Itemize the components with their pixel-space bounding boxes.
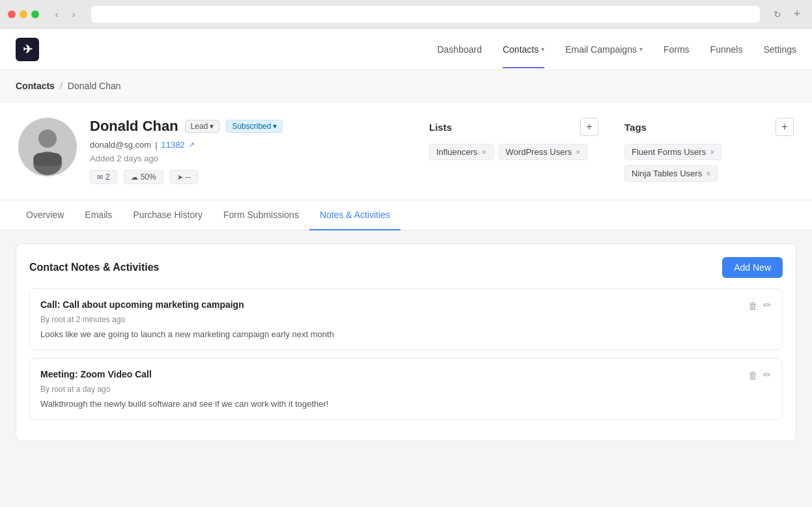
lists-add-button[interactable]: + bbox=[580, 118, 598, 136]
nav-funnels-label: Funnels bbox=[710, 44, 743, 55]
minimize-button[interactable] bbox=[20, 10, 27, 18]
tab-overview[interactable]: Overview bbox=[16, 200, 74, 230]
list-item-remove-icon[interactable]: × bbox=[482, 148, 486, 157]
browser-chrome: ‹ › ↻ + bbox=[0, 0, 812, 29]
nav-email-campaigns-label: Email Campaigns bbox=[565, 44, 637, 55]
open-stat-pct: 50% bbox=[141, 172, 156, 182]
list-item-label: Influencers bbox=[436, 147, 478, 157]
nav-links: Dashboard Contacts ▾ Email Campaigns ▾ F… bbox=[437, 31, 796, 68]
tags-block: Tags + Fluent Forms Users × Ninja Tables… bbox=[624, 118, 794, 182]
tab-purchase-history[interactable]: Purchase History bbox=[122, 200, 213, 230]
lists-block: Lists + Influencers × WordPress Users × bbox=[429, 118, 598, 182]
lead-badge-chevron-icon: ▾ bbox=[210, 122, 214, 131]
breadcrumb-separator: / bbox=[60, 81, 63, 91]
nav-email-campaigns[interactable]: Email Campaigns ▾ bbox=[565, 31, 643, 68]
delete-note-icon[interactable]: 🗑 bbox=[748, 370, 758, 381]
lists-header: Lists + bbox=[429, 118, 598, 136]
nav-settings-label: Settings bbox=[763, 44, 796, 55]
lead-badge-label: Lead bbox=[191, 122, 208, 131]
contact-info: Donald Chan Lead ▾ Subscribed ▾ donald@s… bbox=[90, 118, 416, 184]
note-title: Call: Call about upcoming marketing camp… bbox=[40, 299, 244, 310]
notes-panel: Contact Notes & Activities Add New Call:… bbox=[16, 243, 796, 441]
nav-contacts[interactable]: Contacts ▾ bbox=[503, 31, 544, 68]
tags-add-button[interactable]: + bbox=[776, 118, 794, 136]
note-actions: 🗑 ✏ bbox=[748, 299, 772, 311]
note-meta: By root at a day ago bbox=[40, 385, 772, 394]
contact-name: Donald Chan bbox=[90, 118, 178, 135]
reload-icon[interactable]: ↻ bbox=[770, 7, 785, 21]
contact-added: Added 2 days ago bbox=[90, 154, 416, 163]
list-item-remove-icon[interactable]: × bbox=[576, 148, 580, 157]
list-item: WordPress Users × bbox=[499, 144, 588, 160]
note-card-header: Call: Call about upcoming marketing camp… bbox=[40, 299, 772, 311]
note-actions: 🗑 ✏ bbox=[748, 369, 772, 381]
contact-avatar-wrap bbox=[18, 118, 77, 176]
note-body: Looks like we are going to launch a new … bbox=[40, 329, 772, 339]
contact-name-row: Donald Chan Lead ▾ Subscribed ▾ bbox=[90, 118, 416, 135]
subscribed-badge-chevron-icon: ▾ bbox=[273, 122, 277, 131]
svg-point-1 bbox=[38, 130, 57, 148]
note-body: Walkthrough the newly build software and… bbox=[40, 399, 772, 409]
add-new-button[interactable]: Add New bbox=[722, 257, 783, 278]
contact-email-row: donald@sg.com | 11382 ↗ bbox=[90, 140, 416, 150]
tab-notes-activities[interactable]: Notes & Activities bbox=[309, 200, 400, 230]
external-link-icon[interactable]: ↗ bbox=[189, 141, 195, 149]
traffic-lights bbox=[8, 10, 39, 18]
stat-open-badge[interactable]: ☁ 50% bbox=[124, 170, 163, 184]
stat-email-badge[interactable]: ✉ 2 bbox=[90, 170, 117, 184]
notes-panel-title: Contact Notes & Activities bbox=[29, 262, 159, 273]
note-card-header: Meeting: Zoom Video Call 🗑 ✏ bbox=[40, 369, 772, 381]
email-stat-count: 2 bbox=[105, 172, 110, 182]
address-bar[interactable] bbox=[91, 6, 760, 23]
breadcrumb: Contacts / Donald Chan bbox=[0, 70, 812, 102]
tab-form-submissions[interactable]: Form Submissions bbox=[213, 200, 309, 230]
pipe-separator: | bbox=[155, 140, 157, 150]
list-item-label: WordPress Users bbox=[506, 147, 572, 157]
contact-email: donald@sg.com bbox=[90, 140, 151, 150]
note-card: Meeting: Zoom Video Call 🗑 ✏ By root at … bbox=[29, 358, 783, 420]
contact-stats: ✉ 2 ☁ 50% ➤ -- bbox=[90, 170, 416, 184]
lead-badge[interactable]: Lead ▾ bbox=[185, 120, 220, 133]
logo: ✈ bbox=[16, 38, 39, 61]
edit-note-icon[interactable]: ✏ bbox=[763, 299, 772, 311]
open-stat-icon: ☁ bbox=[131, 173, 138, 182]
breadcrumb-contacts-link[interactable]: Contacts bbox=[16, 81, 55, 91]
send-stat-val: -- bbox=[186, 172, 191, 182]
edit-note-icon[interactable]: ✏ bbox=[763, 369, 772, 381]
nav-settings[interactable]: Settings bbox=[763, 31, 796, 68]
nav-dashboard-label: Dashboard bbox=[437, 44, 482, 55]
close-button[interactable] bbox=[8, 10, 16, 18]
subscribed-badge[interactable]: Subscribed ▾ bbox=[226, 120, 283, 133]
tab-emails[interactable]: Emails bbox=[74, 200, 122, 230]
stat-send-badge[interactable]: ➤ -- bbox=[170, 170, 198, 184]
tags-header: Tags + bbox=[624, 118, 794, 136]
list-item: Influencers × bbox=[429, 144, 494, 160]
back-button[interactable]: ‹ bbox=[49, 7, 64, 21]
nav-dashboard[interactable]: Dashboard bbox=[437, 31, 482, 68]
notes-panel-header: Contact Notes & Activities Add New bbox=[29, 257, 783, 278]
contact-id-link[interactable]: 11382 bbox=[161, 140, 185, 150]
nav-contacts-label: Contacts bbox=[503, 44, 539, 55]
nav-forms[interactable]: Forms bbox=[664, 31, 690, 68]
tag-item-label: Ninja Tables Users bbox=[632, 169, 702, 178]
lists-title: Lists bbox=[429, 122, 452, 133]
tag-item-label: Fluent Forms Users bbox=[632, 147, 706, 157]
tag-item-remove-icon[interactable]: × bbox=[710, 148, 714, 157]
forward-button[interactable]: › bbox=[66, 7, 81, 21]
email-stat-icon: ✉ bbox=[97, 173, 103, 182]
tag-item-remove-icon[interactable]: × bbox=[706, 169, 710, 178]
nav-forms-label: Forms bbox=[664, 44, 690, 55]
new-tab-button[interactable]: + bbox=[790, 7, 804, 21]
nav-funnels[interactable]: Funnels bbox=[710, 31, 743, 68]
sub-tabs: Overview Emails Purchase History Form Su… bbox=[0, 200, 812, 230]
maximize-button[interactable] bbox=[31, 10, 39, 18]
delete-note-icon[interactable]: 🗑 bbox=[748, 300, 758, 311]
content-area: Contact Notes & Activities Add New Call:… bbox=[0, 230, 812, 507]
tags-list: Fluent Forms Users × Ninja Tables Users … bbox=[624, 144, 794, 182]
app: ✈ Dashboard Contacts ▾ Email Campaigns ▾… bbox=[0, 29, 812, 507]
send-stat-icon: ➤ bbox=[177, 173, 183, 182]
note-meta: By root at 2 minutes ago bbox=[40, 315, 772, 324]
note-card: Call: Call about upcoming marketing camp… bbox=[29, 288, 783, 350]
top-nav: ✈ Dashboard Contacts ▾ Email Campaigns ▾… bbox=[0, 29, 812, 70]
email-campaigns-chevron-icon: ▾ bbox=[639, 46, 643, 53]
